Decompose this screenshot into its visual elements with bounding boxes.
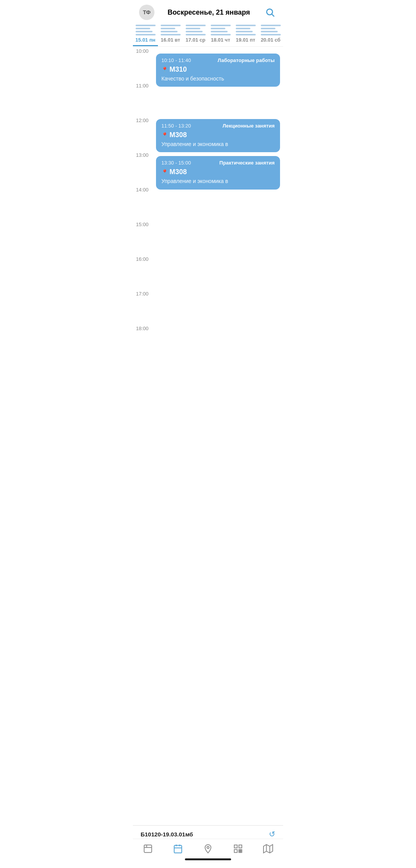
time-slot: 16:00 bbox=[133, 255, 156, 289]
week-day-пн[interactable]: 15.01 пн bbox=[133, 23, 158, 46]
week-day-чт[interactable]: 18.01 чт bbox=[208, 23, 233, 46]
time-label: 18:00 bbox=[136, 326, 149, 331]
event-card[interactable]: 13:30 - 15:00Практические занятия📍М308Уп… bbox=[156, 156, 280, 189]
event-room: М310 bbox=[169, 65, 187, 74]
week-day-label: 20.01 сб bbox=[261, 37, 280, 43]
time-slot: 15:00 bbox=[133, 220, 156, 255]
week-day-ср[interactable]: 17.01 ср bbox=[183, 23, 208, 46]
time-slot: 13:00 bbox=[133, 151, 156, 185]
time-slot: 11:00 bbox=[133, 81, 156, 116]
avatar[interactable]: ТФ bbox=[139, 5, 154, 20]
time-label: 11:00 bbox=[136, 83, 149, 89]
event-subject: Управление и экономика в bbox=[161, 141, 275, 148]
svg-line-1 bbox=[272, 14, 274, 17]
event-card[interactable]: 10:10 - 11:40Лабораторные работы📍М310Кач… bbox=[156, 54, 280, 87]
pin-icon: 📍 bbox=[161, 132, 168, 138]
event-room: М308 bbox=[169, 131, 187, 139]
time-label: 17:00 bbox=[136, 291, 149, 297]
week-day-label: 15.01 пн bbox=[136, 37, 156, 43]
event-subject: Качество и безопасность bbox=[161, 75, 275, 82]
time-label: 15:00 bbox=[136, 222, 149, 227]
event-type: Лекционные занятия bbox=[223, 123, 275, 129]
time-label: 14:00 bbox=[136, 187, 149, 193]
events-column: 10:10 - 11:40Лабораторные работы📍М310Кач… bbox=[156, 47, 283, 359]
week-day-вт[interactable]: 16.01 вт bbox=[158, 23, 183, 46]
svg-point-0 bbox=[267, 9, 272, 15]
event-card[interactable]: 11:50 - 13:20Лекционные занятия📍М308Упра… bbox=[156, 119, 280, 152]
week-day-label: 19.01 пт bbox=[236, 37, 255, 43]
time-column: 10:0011:0012:0013:0014:0015:0016:0017:00… bbox=[133, 47, 156, 359]
event-time: 11:50 - 13:20 bbox=[161, 123, 191, 129]
time-slot: 10:00 bbox=[133, 47, 156, 81]
event-type: Практические занятия bbox=[220, 160, 275, 166]
event-time: 13:30 - 15:00 bbox=[161, 160, 191, 166]
time-slot: 12:00 bbox=[133, 116, 156, 151]
event-subject: Управление и экономика в bbox=[161, 178, 275, 185]
page-title: Воскресенье, 21 января bbox=[168, 8, 250, 17]
pin-icon: 📍 bbox=[161, 67, 168, 73]
event-room: М308 bbox=[169, 168, 187, 176]
week-day-label: 16.01 вт bbox=[161, 37, 180, 43]
week-day-label: 18.01 чт bbox=[211, 37, 230, 43]
time-slot: 14:00 bbox=[133, 185, 156, 220]
time-label: 10:00 bbox=[136, 48, 149, 54]
schedule-body: 10:0011:0012:0013:0014:0015:0016:0017:00… bbox=[133, 47, 283, 390]
time-label: 16:00 bbox=[136, 256, 149, 262]
time-label: 13:00 bbox=[136, 152, 149, 158]
week-day-сб[interactable]: 20.01 сб bbox=[258, 23, 283, 46]
week-strip[interactable]: 15.01 пн16.01 вт17.01 ср18.01 чт19.01 пт… bbox=[133, 23, 283, 47]
event-type: Лабораторные работы bbox=[218, 57, 275, 63]
header: ТФ Воскресенье, 21 января bbox=[133, 0, 283, 23]
search-icon bbox=[265, 7, 275, 17]
search-button[interactable] bbox=[263, 5, 277, 19]
week-day-пт[interactable]: 19.01 пт bbox=[233, 23, 258, 46]
time-slot: 17:00 bbox=[133, 289, 156, 324]
pin-icon: 📍 bbox=[161, 169, 168, 175]
time-label: 12:00 bbox=[136, 118, 149, 123]
time-slot: 18:00 bbox=[133, 324, 156, 359]
week-day-label: 17.01 ср bbox=[186, 37, 205, 43]
event-time: 10:10 - 11:40 bbox=[161, 57, 191, 63]
